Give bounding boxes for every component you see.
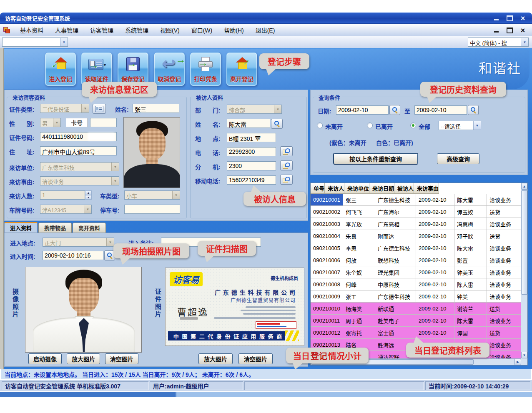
step-down-icon[interactable]: ▼ [85, 195, 92, 200]
mdi-restore-button[interactable] [504, 26, 514, 34]
menu-item[interactable]: 窗口(W) [186, 24, 218, 36]
date-from-picker-button[interactable] [389, 105, 400, 115]
toolbar-button[interactable]: 读取证件 [81, 53, 112, 86]
chevron-down-icon[interactable]: ▼ [60, 38, 68, 46]
mobile-field[interactable]: 15602210349 [227, 175, 276, 185]
location-field[interactable]: B幢 2301 室 [227, 133, 276, 142]
parking-field[interactable] [124, 205, 180, 214]
tab[interactable]: 进入资料 [4, 222, 38, 233]
vertical-scroll-thumb[interactable] [521, 190, 527, 295]
scroll-down-button[interactable]: ▼ [521, 352, 527, 358]
visited-name-field[interactable]: 陈大雷 [227, 119, 270, 128]
tab[interactable]: 离开资料 [73, 223, 106, 233]
mobile-notify-button[interactable] [280, 175, 293, 185]
quick-search-combo[interactable]: ▼ [2, 38, 68, 47]
dropdown-caret-icon[interactable] [103, 63, 107, 67]
visited-search-button[interactable] [271, 119, 283, 129]
ext-notify-button[interactable] [280, 160, 293, 170]
table-row[interactable]: 090210010 杨海类 新联通 2009-02-10 谢清兰 送货 [311, 303, 521, 315]
date-from-field[interactable]: 2009-02-10 [336, 105, 389, 115]
image-action-button[interactable]: 清空图片 [105, 353, 138, 364]
menu-item[interactable]: 基本资料 [14, 24, 49, 36]
cert-type-combo[interactable]: 二代身份证▼ [40, 104, 89, 113]
chevron-down-icon[interactable]: ▼ [53, 118, 60, 127]
column-header[interactable]: 来访单位 [344, 183, 369, 194]
vertical-scrollbar[interactable]: ▲ ▼ [521, 183, 527, 358]
gender-combo[interactable]: 男▼ [40, 118, 61, 127]
column-header[interactable]: 来访事由 [414, 183, 439, 194]
toolbar-button[interactable]: 打印凭条 [190, 53, 221, 86]
chevron-down-icon[interactable]: ▼ [521, 38, 528, 46]
table-row[interactable]: 090210011 周于通 赴美电子 2009-02-10 陈大雷 洽谈业务 [311, 315, 521, 327]
column-header[interactable]: 来访日期 [369, 183, 394, 194]
scroll-right-button[interactable]: ▶ [514, 359, 521, 365]
column-header[interactable]: 单号 [311, 183, 325, 194]
visitor-count-stepper[interactable]: ▲▼ [85, 190, 92, 200]
ext-field[interactable]: 2300 [227, 161, 276, 170]
chevron-down-icon[interactable]: ▼ [172, 191, 180, 199]
language-selector[interactable]: 中文 (简体) - 搜 ▼ [468, 38, 529, 47]
toolbar-button[interactable]: 保存登记 [118, 53, 148, 86]
menu-item[interactable]: 视图(V) [154, 24, 186, 36]
menu-item[interactable]: 退出(E) [250, 24, 281, 36]
chevron-down-icon[interactable]: ▼ [111, 163, 119, 171]
step-up-icon[interactable]: ▲ [85, 190, 92, 195]
mdi-close-button[interactable]: × [518, 26, 528, 34]
date-to-field[interactable]: 2009-02-10 [414, 105, 467, 115]
table-row[interactable]: 090210009 张工 广东德生科技 2009-02-10 钟美 洽谈业务 [311, 290, 521, 303]
table-row[interactable]: 090210004 朱良 附而达 2009-02-10 邓子欣 送货 [311, 230, 521, 242]
visit-company-combo[interactable]: 广东德生科技▼ [40, 162, 119, 171]
toolbar-button[interactable]: 离开登记 [226, 53, 257, 86]
radio-all[interactable] [410, 123, 416, 128]
card-no-field[interactable] [90, 118, 117, 127]
visitor-count-field[interactable]: 1 [40, 190, 85, 200]
menu-item[interactable]: 帮助(H) [218, 24, 249, 36]
chevron-down-icon[interactable]: ▼ [106, 238, 114, 246]
car-type-combo[interactable]: 小车▼ [124, 190, 180, 200]
table-row[interactable]: 090210006 何放 联想科技 2009-02-10 彭置 洽谈业务 [311, 254, 521, 266]
phone-notify-button[interactable] [280, 146, 293, 156]
minimize-button[interactable] [491, 14, 501, 22]
table-row[interactable]: 090210008 何峰 中原科技 2009-02-10 陈大雷 洽谈业务 [311, 278, 521, 290]
chevron-down-icon[interactable]: ▼ [111, 177, 119, 185]
dept-combo[interactable]: 综合部▼ [227, 105, 282, 114]
image-action-button[interactable]: 启动摄像 [28, 353, 62, 364]
image-action-button[interactable]: 清空图片 [238, 353, 273, 364]
table-row[interactable]: 090210001 张三 广东德生科技 2009-02-10 陈大雷 洽谈业务 [311, 194, 521, 206]
toolbar-button[interactable]: 取消登记 [154, 53, 185, 86]
radio-left[interactable] [367, 123, 373, 128]
chevron-down-icon[interactable]: ▼ [81, 104, 89, 113]
toolbar-button[interactable]: 进入登记 [45, 53, 76, 86]
advanced-query-button[interactable]: 高级查询 [437, 153, 479, 164]
radio-not-left[interactable] [317, 123, 323, 128]
column-header[interactable]: 被访人 [394, 183, 414, 194]
restore-button[interactable] [504, 14, 514, 22]
menu-item[interactable]: 访客管理 [84, 24, 119, 36]
entry-place-combo[interactable]: 正大门▼ [43, 238, 114, 247]
menu-item[interactable]: 系统管理 [119, 24, 154, 36]
image-action-button[interactable]: 放大图片 [67, 353, 100, 364]
column-header[interactable]: 来访人 [325, 183, 344, 194]
mdi-minimize-button[interactable] [491, 26, 501, 34]
table-row[interactable]: 090210002 何飞飞 广东海尔 2009-02-10 谭玉姣 送货 [311, 206, 521, 218]
date-to-picker-button[interactable] [468, 105, 479, 115]
table-row[interactable]: 090210005 李思 广东德生科技 2009-02-10 陈大雷 洽谈业务 [311, 242, 521, 254]
phone-field[interactable]: 22992300 [227, 147, 276, 156]
requery-button[interactable]: 按以上条件重新查询 [334, 153, 418, 164]
entry-time-field[interactable]: 2009-02-10 10:16 [43, 251, 103, 260]
chevron-down-icon[interactable]: ▼ [274, 105, 281, 113]
query-filter-combo[interactable]: --请选择▼ [439, 121, 481, 130]
menu-item[interactable]: 人事管理 [49, 24, 84, 36]
image-action-button[interactable]: 放大图片 [198, 353, 233, 364]
chevron-down-icon[interactable]: ▼ [473, 121, 481, 130]
chevron-down-icon[interactable]: ▼ [84, 205, 91, 213]
table-row[interactable]: 090210007 朱个奴 理光集团 2009-02-10 钟美玉 洽谈业务 [311, 266, 521, 278]
visit-reason-combo[interactable]: 洽谈业务▼ [40, 176, 119, 185]
scroll-up-button[interactable]: ▲ [521, 183, 527, 190]
address-field[interactable]: 广州市中山大道89号 [40, 146, 117, 155]
tab[interactable]: 携带物品 [38, 223, 72, 233]
table-row[interactable]: 090210003 李光放 广东亮相 2009-02-10 冯惠梅 洽谈业务 [311, 218, 521, 230]
plate-combo[interactable]: 津A12345▼ [40, 205, 92, 214]
card-reader-button[interactable] [93, 104, 106, 114]
close-button[interactable]: × [518, 14, 528, 22]
